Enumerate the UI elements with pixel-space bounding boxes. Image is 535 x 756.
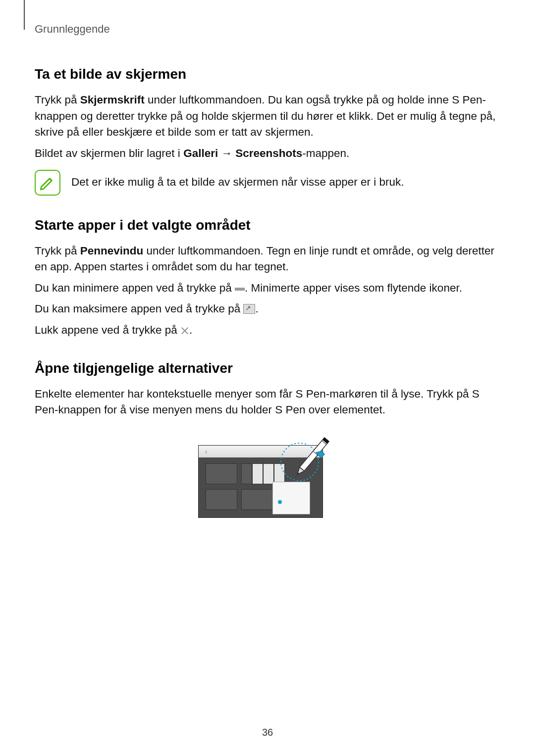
svg-point-0 xyxy=(281,443,319,481)
text: Trykk på xyxy=(35,94,80,106)
heading-pennevindu: Starte apper i det valgte området xyxy=(35,217,500,233)
page-number: 36 xyxy=(0,727,535,738)
close-icon xyxy=(180,326,189,335)
thumb xyxy=(241,463,252,484)
text: Du kan minimere appen ved å trykke på xyxy=(35,282,235,294)
thumb-light xyxy=(252,463,263,484)
illustration-spen: ‹ xyxy=(198,430,337,519)
text: Bildet av skjermen blir lagret i xyxy=(35,147,183,159)
section-pennevindu: Starte apper i det valgte området Trykk … xyxy=(35,217,500,339)
text: Lukk appene ved å trykke på xyxy=(35,324,180,336)
text: . xyxy=(189,324,192,336)
minimize-icon xyxy=(235,288,245,291)
note-row: Det er ikke mulig å ta et bilde av skjer… xyxy=(35,170,500,196)
maximize-icon xyxy=(243,304,255,314)
thumb xyxy=(206,489,237,510)
section-alternatives: Åpne tilgjengelige alternativer Enkelte … xyxy=(35,360,500,519)
header-rule xyxy=(24,0,25,30)
para-maximize: Du kan maksimere appen ved å trykke på . xyxy=(35,301,500,317)
arrow-icon: → xyxy=(218,147,235,159)
heading-alternatives: Åpne tilgjengelige alternativer xyxy=(35,360,500,376)
text: . Minimerte apper vises som flytende iko… xyxy=(245,282,462,294)
bold-skjermskrift: Skjermskrift xyxy=(80,94,145,106)
thumb xyxy=(206,463,237,484)
breadcrumb: Grunnleggende xyxy=(35,23,500,36)
section-screenshot: Ta et bilde av skjermen Trykk på Skjerms… xyxy=(35,66,500,196)
text: -mappen. xyxy=(302,147,349,159)
para-close: Lukk appene ved å trykke på . xyxy=(35,322,500,339)
para-minimize: Du kan minimere appen ved å trykke på . … xyxy=(35,280,500,297)
back-chevron-icon: ‹ xyxy=(202,447,211,456)
text: Trykk på xyxy=(35,245,80,257)
bold-screenshots: Screenshots xyxy=(235,147,302,159)
text: Du kan maksimere appen ved å trykke på xyxy=(35,302,243,315)
para-screenshot-1: Trykk på Skjermskrift under luftkommando… xyxy=(35,92,500,141)
heading-screenshot: Ta et bilde av skjermen xyxy=(35,66,500,82)
bold-pennevindu: Pennevindu xyxy=(80,245,144,257)
note-icon xyxy=(35,170,60,196)
pointer-dot xyxy=(278,500,282,504)
para-pennevindu-1: Trykk på Pennevindu under luftkommandoen… xyxy=(35,243,500,275)
para-alternatives: Enkelte elementer har kontekstuelle meny… xyxy=(35,386,500,418)
bold-galleri: Galleri xyxy=(183,147,218,159)
para-screenshot-2: Bildet av skjermen blir lagret i Galleri… xyxy=(35,146,500,162)
text: . xyxy=(255,302,258,315)
thumb xyxy=(241,489,273,510)
note-text: Det er ikke mulig å ta et bilde av skjer… xyxy=(71,174,404,191)
spen-callout xyxy=(272,427,342,497)
